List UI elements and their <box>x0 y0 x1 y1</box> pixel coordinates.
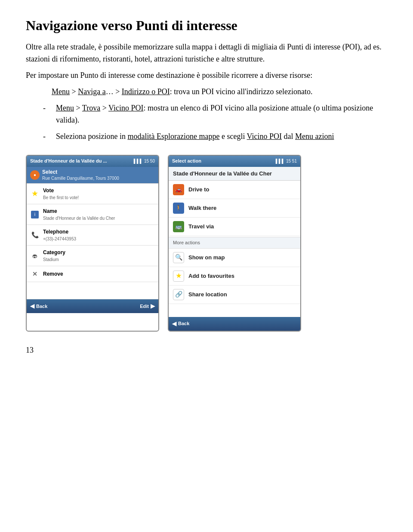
left-header-title: Stade d'Honneur de la Vallée du ... <box>30 157 134 165</box>
category-label: Category <box>43 249 65 256</box>
share-icon: 🔗 <box>173 289 184 300</box>
edit-arrow-icon: ▶ <box>151 302 155 311</box>
page-title: Navigazione verso Punti di interesse <box>26 17 387 34</box>
action-title-bar: Stade d'Honneur de la Vallée du Cher <box>169 167 300 181</box>
bullet-text-2: Seleziona posizione in modalità Esploraz… <box>56 131 334 143</box>
right-screen-header: Select action ▌▌▌ 15 51 <box>169 156 300 167</box>
drive-to-item[interactable]: 🚗 Drive to <box>169 181 300 199</box>
category-texts: Category Stadium <box>43 249 65 263</box>
poi-title: Stade d'Honneur de la Vallée du Cher <box>173 170 272 177</box>
header-time: 15 50 <box>144 158 155 164</box>
bullet-item-2: - Seleziona posizione in modalità Esplor… <box>43 131 387 143</box>
bullet-item-1: - Menu > Trova > Vicino POI: mostra un e… <box>43 102 387 126</box>
right-back-button[interactable]: ◀ Back <box>172 320 189 328</box>
add-to-favourites-item[interactable]: ★ Add to favourites <box>169 267 300 286</box>
telephone-value: +(33)-247443953 <box>43 236 76 242</box>
travel-via-item[interactable]: 🚌 Travel via <box>169 218 300 236</box>
select-title: Select <box>42 169 119 176</box>
select-subtitle: Rue Camille Danguillaume, Tours 37000 <box>42 175 119 181</box>
back-button[interactable]: ◀ Back <box>30 302 47 311</box>
edit-label: Edit <box>140 303 149 310</box>
travel-via-label: Travel via <box>188 222 214 231</box>
phone-icon: 📞 <box>30 231 40 240</box>
share-location-label: Share location <box>188 290 227 299</box>
drive-to-label: Drive to <box>188 185 209 194</box>
signal-icon: ▌▌▌ <box>134 158 143 164</box>
right-header-title: Select action <box>172 157 276 165</box>
bullet-list: - Menu > Trova > Vicino POI: mostra un e… <box>43 102 387 143</box>
star-icon: ★ <box>30 189 40 199</box>
show-on-map-label: Show on map <box>188 253 225 262</box>
right-bottom-bar: ◀ Back <box>169 317 300 331</box>
show-on-map-item[interactable]: 🔍 Show on map <box>169 249 300 267</box>
category-icon: 🏟 <box>30 251 40 261</box>
name-label: Name <box>43 207 115 215</box>
bullet-text-1: Menu > Trova > Vicino POI: mostra un ele… <box>56 102 387 126</box>
select-circle-icon: ● <box>30 170 40 180</box>
right-spacer <box>169 304 300 317</box>
walk-there-label: Walk there <box>188 204 216 212</box>
name-item: i Name Stade d'Honneur de la Vallée du C… <box>27 204 158 225</box>
select-row[interactable]: ● Select Rue Camille Danguillaume, Tours… <box>27 167 158 184</box>
right-back-arrow-icon: ◀ <box>172 320 176 328</box>
travel-icon: 🚌 <box>173 221 184 232</box>
left-screen-header: Stade d'Honneur de la Vallée du ... ▌▌▌ … <box>27 156 158 167</box>
walk-there-item[interactable]: 🚶 Walk there <box>169 199 300 218</box>
right-back-label: Back <box>178 320 189 327</box>
name-value: Stade d'Honneur de la Vallée du Cher <box>43 215 115 221</box>
right-header-icons: ▌▌▌ 15 51 <box>276 158 297 164</box>
map-icon: 🔍 <box>173 252 184 263</box>
right-signal-icon: ▌▌▌ <box>276 158 285 164</box>
dash-2: - <box>43 131 56 143</box>
left-header-icons: ▌▌▌ 15 50 <box>134 158 155 164</box>
screen-gap <box>159 155 168 332</box>
add-to-favourites-label: Add to favourites <box>188 272 234 280</box>
edit-button[interactable]: Edit ▶ <box>140 302 155 311</box>
vote-sub: Be the first to vote! <box>43 194 79 201</box>
name-icon: i <box>30 210 40 219</box>
walk-icon: 🚶 <box>173 203 184 214</box>
drive-icon: 🚗 <box>173 184 184 195</box>
intro-paragraph: Oltre alla rete stradale, è possibile me… <box>26 41 387 82</box>
name-texts: Name Stade d'Honneur de la Vallée du Che… <box>43 207 115 221</box>
indent-item: Menu > Naviga a… > Indirizzo o POI: trov… <box>52 86 387 98</box>
more-actions-label: More actions <box>169 237 300 249</box>
remove-texts: Remove <box>43 270 63 278</box>
screenshots-row: Stade d'Honneur de la Vallée du ... ▌▌▌ … <box>26 155 387 332</box>
page-number: 13 <box>26 344 387 356</box>
category-item: 🏟 Category Stadium <box>27 246 158 266</box>
select-text: Select Rue Camille Danguillaume, Tours 3… <box>42 169 119 181</box>
share-location-item[interactable]: 🔗 Share location <box>169 286 300 304</box>
left-phone-screen: Stade d'Honneur de la Vallée du ... ▌▌▌ … <box>26 155 159 332</box>
vote-label: Vote <box>43 187 79 194</box>
remove-icon: ✕ <box>30 269 40 279</box>
telephone-label: Telephone <box>43 228 76 236</box>
back-arrow-icon: ◀ <box>30 302 34 311</box>
dash-1: - <box>43 102 56 114</box>
remove-item[interactable]: ✕ Remove <box>27 266 158 282</box>
category-value: Stadium <box>43 256 65 263</box>
right-phone-screen: Select action ▌▌▌ 15 51 Stade d'Honneur … <box>168 155 301 332</box>
favourites-icon: ★ <box>173 271 184 282</box>
remove-label: Remove <box>43 270 63 278</box>
back-label: Back <box>36 303 47 310</box>
spacer <box>27 282 158 299</box>
right-header-time: 15 51 <box>286 158 297 164</box>
telephone-texts: Telephone +(33)-247443953 <box>43 228 76 242</box>
indent-section: Menu > Naviga a… > Indirizzo o POI: trov… <box>52 86 387 98</box>
vote-item[interactable]: ★ Vote Be the first to vote! <box>27 184 158 204</box>
telephone-item: 📞 Telephone +(33)-247443953 <box>27 225 158 246</box>
vote-texts: Vote Be the first to vote! <box>43 187 79 201</box>
left-bottom-bar: ◀ Back Edit ▶ <box>27 299 158 313</box>
